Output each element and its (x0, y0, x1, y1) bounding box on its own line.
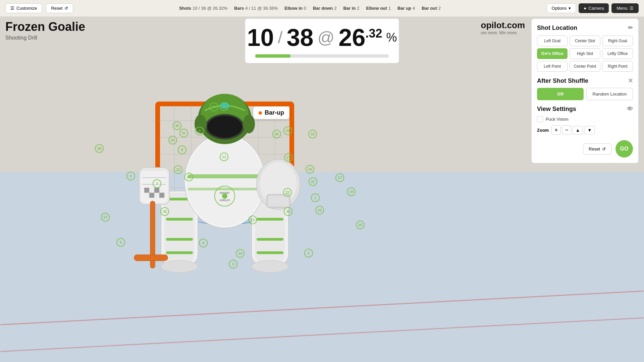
puck-vision-checkbox[interactable] (537, 116, 543, 122)
position-dot[interactable]: 11 (220, 153, 228, 161)
position-dot[interactable]: 29 (210, 103, 218, 111)
view-settings-title: View Settings 👁 (537, 106, 633, 113)
puck-vision-toggle: Puck Vision (537, 116, 633, 122)
bar-dot-icon (259, 111, 262, 115)
position-dot[interactable]: 20 (356, 221, 365, 229)
right-goal-button[interactable]: Right Goal (602, 36, 633, 46)
position-dot[interactable]: 21 (309, 177, 317, 186)
position-dot[interactable]: 25 (283, 126, 292, 135)
zoom-down-arrow[interactable]: ▼ (584, 126, 595, 134)
position-dot[interactable]: 17 (335, 173, 344, 182)
menu-button[interactable]: Menu ☰ (611, 3, 639, 13)
left-point-button[interactable]: Left Point (537, 61, 568, 72)
score-display: 10 / 38 @ 26.32 % (255, 25, 389, 50)
position-dot[interactable]: 18 (308, 130, 317, 138)
score-total: 38 (287, 25, 314, 50)
position-dot[interactable]: 12 (174, 165, 182, 174)
right-panel: Shot Location ✏ Left Goal Center Slot Ri… (531, 18, 639, 163)
position-dot[interactable]: 23 (284, 153, 293, 162)
left-goal-button[interactable]: Left Goal (537, 36, 568, 46)
view-reset-icon: ↺ (602, 146, 606, 152)
shot-location-grid-row1: Left Goal Center Slot Right Goal (537, 36, 633, 46)
position-dot[interactable]: 9 (195, 127, 204, 135)
center-slot-button[interactable]: Center Slot (570, 36, 600, 46)
puck-vision-label: Puck Vision (546, 117, 569, 122)
position-dot[interactable]: 33 (315, 206, 324, 215)
score-pct: 26.32 (338, 25, 382, 50)
lefty-office-button[interactable]: Lefty Office (602, 48, 633, 59)
zoom-controls: Zoom + − ▲ ▼ (537, 125, 633, 135)
svg-rect-44 (154, 193, 159, 198)
position-dot[interactable]: 3 (229, 260, 237, 268)
reset-button[interactable]: Reset ↺ (46, 3, 73, 13)
app-title: Frozen Goalie (5, 20, 85, 34)
customize-button[interactable]: ☰ Customize (5, 3, 42, 13)
score-at: @ (318, 29, 335, 46)
svg-point-60 (252, 260, 288, 273)
position-dot[interactable]: 26 (184, 173, 193, 181)
position-dot[interactable]: 35 (272, 130, 281, 138)
position-dot[interactable]: 16 (306, 165, 314, 174)
bar-up-popup: Bar-up (253, 107, 289, 119)
ovis-office-button[interactable]: Ovi's Office (537, 48, 568, 59)
svg-point-56 (207, 116, 242, 138)
position-dot[interactable]: 2 (304, 249, 313, 257)
score-card: 10 / 38 @ 26.32 % (245, 18, 399, 63)
go-button[interactable]: GO (615, 140, 633, 158)
reset-icon: ↺ (64, 6, 68, 11)
position-dot[interactable]: 6 (126, 172, 135, 180)
position-dot[interactable]: 28 (95, 144, 104, 153)
zoom-minus-button[interactable]: − (562, 125, 571, 135)
shot-location-section: Shot Location ✏ Left Goal Center Slot Ri… (537, 24, 633, 72)
options-button[interactable]: Options ▾ (547, 3, 576, 13)
center-point-button[interactable]: Center Point (570, 61, 600, 72)
svg-rect-38 (144, 188, 149, 193)
stat-elbow-out: Elbow out 1 (366, 6, 391, 11)
svg-rect-43 (149, 193, 154, 198)
shot-location-title: Shot Location ✏ (537, 24, 633, 32)
position-dot[interactable]: 22 (283, 188, 292, 197)
shot-location-edit-icon[interactable]: ✏ (628, 24, 633, 32)
shot-location-grid-row2: Ovi's Office High Slot Lefty Office (537, 48, 633, 59)
position-dot[interactable]: 31 (179, 129, 188, 137)
position-dot[interactable]: 7 (153, 179, 161, 188)
svg-point-58 (243, 115, 255, 133)
position-dot[interactable]: 4 (199, 239, 208, 247)
position-dot[interactable]: 19 (347, 187, 356, 196)
zoom-plus-button[interactable]: + (551, 125, 560, 135)
progress-bar-container (255, 54, 389, 58)
position-dot[interactable]: 24 (168, 136, 177, 144)
after-shot-shuffle-section: After Shot Shuffle ✕ Off Random Location (537, 77, 633, 100)
position-dot[interactable]: 1 (311, 193, 320, 202)
svg-rect-39 (149, 188, 154, 193)
position-dot[interactable]: 30 (173, 121, 181, 130)
position-dot[interactable]: 14 (236, 249, 245, 258)
watermark: opilot.com ore more. Win more. (481, 20, 525, 35)
right-point-button[interactable]: Right Point (602, 61, 633, 72)
position-dot[interactable]: 34 (284, 207, 292, 216)
camera-button[interactable]: ● Camera (579, 3, 609, 13)
view-settings-section: View Settings 👁 Puck Vision Zoom + − ▲ ▼ (537, 106, 633, 135)
position-dot[interactable]: 13 (248, 216, 257, 224)
camera-icon: ● (584, 6, 586, 11)
position-dot[interactable]: 10 (220, 102, 228, 111)
svg-rect-19 (166, 251, 193, 254)
shuffle-options: Off Random Location (537, 88, 633, 100)
zoom-up-arrow[interactable]: ▲ (573, 126, 583, 134)
position-dot[interactable]: 5 (116, 238, 125, 247)
position-dot[interactable]: 8 (178, 145, 186, 154)
view-settings-eye-icon: 👁 (627, 106, 633, 113)
shuffle-close-icon[interactable]: ✕ (628, 77, 633, 84)
position-dot[interactable]: 27 (101, 213, 110, 222)
shuffle-off-button[interactable]: Off (537, 88, 584, 100)
svg-rect-41 (159, 188, 164, 193)
red-line-1 (0, 291, 644, 325)
left-panel: Frozen Goalie Shooting Drill (5, 20, 85, 41)
high-slot-button[interactable]: High Slot (570, 48, 600, 59)
view-reset-button[interactable]: Reset ↺ (583, 143, 611, 155)
svg-rect-29 (188, 188, 262, 190)
shuffle-random-button[interactable]: Random Location (586, 88, 633, 100)
position-dot[interactable]: 32 (160, 207, 169, 216)
svg-rect-25 (257, 251, 283, 254)
score-made: 10 (247, 25, 274, 50)
